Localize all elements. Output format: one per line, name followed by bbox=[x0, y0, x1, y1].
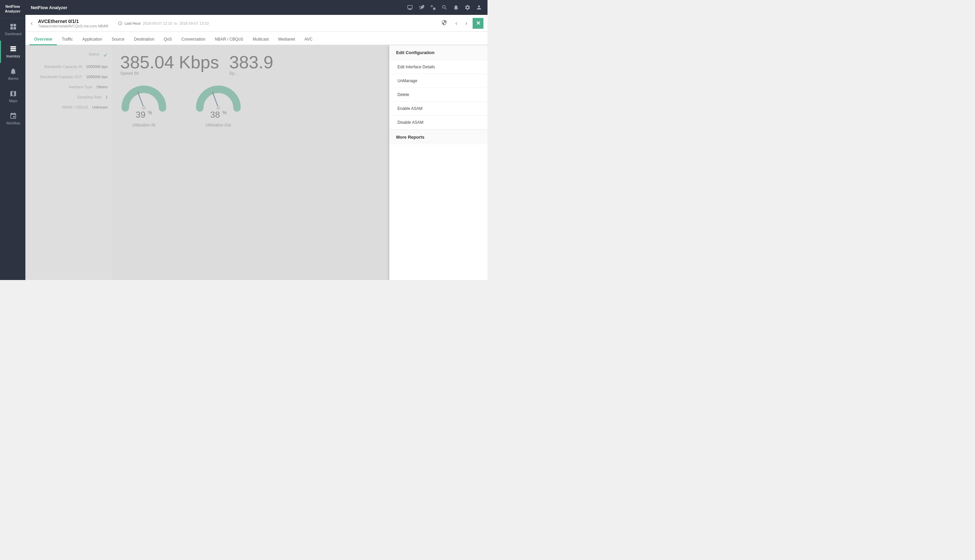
back-button[interactable]: ‹ bbox=[30, 19, 34, 28]
time-info: Last Hour 2018-09-07 12:10 to 2018-09-07… bbox=[118, 21, 209, 26]
sidebar-item-maps[interactable]: Maps bbox=[0, 85, 25, 108]
prev-button[interactable]: ‹ bbox=[453, 19, 460, 28]
svg-rect-3 bbox=[13, 27, 16, 29]
dropdown-more-reports[interactable]: More Reports bbox=[389, 130, 487, 144]
topbar: NetFlow Analyzer bbox=[25, 0, 487, 15]
svg-rect-0 bbox=[10, 24, 13, 26]
tab-overview[interactable]: Overview bbox=[30, 34, 57, 45]
sidebar-item-dashboard[interactable]: Dashboard bbox=[0, 18, 25, 41]
search-icon[interactable] bbox=[442, 4, 448, 10]
tabs-bar: Overview Traffic Application Source Dest… bbox=[25, 32, 487, 45]
app-logo: NetFlow Analyzer bbox=[0, 0, 25, 18]
dropdown-section-title: Edit Configuration bbox=[389, 45, 487, 60]
bell-icon[interactable] bbox=[453, 4, 459, 10]
gear-icon[interactable] bbox=[465, 4, 471, 10]
next-button[interactable]: › bbox=[463, 19, 470, 28]
clock-icon bbox=[118, 21, 122, 26]
topbar-actions bbox=[407, 4, 482, 10]
svg-rect-2 bbox=[10, 27, 13, 29]
tab-conversation[interactable]: Conversation bbox=[177, 34, 210, 45]
interface-title-block: AVCEthernet 0/1/1 7datacentermelabAVCQoS… bbox=[38, 18, 108, 28]
time-range-label: Last Hour bbox=[125, 21, 141, 25]
tab-nbar-cbqos[interactable]: NBAR / CBQoS bbox=[210, 34, 248, 45]
topbar-title: NetFlow Analyzer bbox=[31, 5, 67, 10]
interface-name: AVCEthernet 0/1/1 bbox=[38, 18, 108, 24]
tab-medianet[interactable]: Medianet bbox=[274, 34, 299, 45]
interface-device: 7datacentermelabAVCQoS.me.com.NBAR bbox=[38, 24, 108, 28]
tab-traffic[interactable]: Traffic bbox=[57, 34, 77, 45]
tab-source[interactable]: Source bbox=[107, 34, 129, 45]
rocket-icon[interactable] bbox=[418, 4, 425, 10]
close-button[interactable]: ✕ bbox=[473, 18, 483, 29]
dropdown-item-enable-asam[interactable]: Enable ASAM bbox=[389, 102, 487, 116]
interface-header: ‹ AVCEthernet 0/1/1 7datacentermelabAVCQ… bbox=[25, 15, 487, 32]
monitor-icon[interactable] bbox=[407, 4, 413, 10]
tab-qos[interactable]: QoS bbox=[159, 34, 177, 45]
dropdown-item-edit-interface[interactable]: Edit Interface Details bbox=[389, 60, 487, 74]
dropdown-item-disable-asam[interactable]: Disable ASAM bbox=[389, 116, 487, 130]
user-icon[interactable] bbox=[476, 4, 482, 10]
header-actions: ‹ › ✕ bbox=[438, 18, 483, 29]
time-range-from: 2018-09-07 12:10 bbox=[143, 21, 172, 25]
alert-settings-button[interactable] bbox=[438, 18, 450, 28]
tab-avc[interactable]: AVC bbox=[299, 34, 317, 45]
sidebar-item-alarms[interactable]: Alarms bbox=[0, 63, 25, 85]
svg-rect-1 bbox=[13, 24, 16, 26]
tab-multicast[interactable]: Multicast bbox=[248, 34, 274, 45]
sidebar-item-workflow[interactable]: Workflow bbox=[0, 108, 25, 130]
tab-application[interactable]: Application bbox=[77, 34, 107, 45]
main-area: Status ✔ Bandwidth Capacity IN 1000000 b… bbox=[25, 45, 487, 280]
sidebar: NetFlow Analyzer Dashboard Inventory Ala… bbox=[0, 0, 25, 280]
sidebar-item-inventory[interactable]: Inventory bbox=[0, 41, 25, 63]
tab-destination[interactable]: Destination bbox=[129, 34, 159, 45]
time-range-to: 2018-09-07 13:10 bbox=[179, 21, 209, 25]
dropdown-panel: Edit Configuration Edit Interface Detail… bbox=[389, 45, 487, 280]
dropdown-item-unmanage[interactable]: UnManage bbox=[389, 74, 487, 88]
flow-icon[interactable] bbox=[430, 4, 436, 10]
main-content: NetFlow Analyzer ‹ AVCEthernet 0/1/1 7da… bbox=[25, 0, 487, 280]
dropdown-item-delete[interactable]: Delete bbox=[389, 88, 487, 102]
